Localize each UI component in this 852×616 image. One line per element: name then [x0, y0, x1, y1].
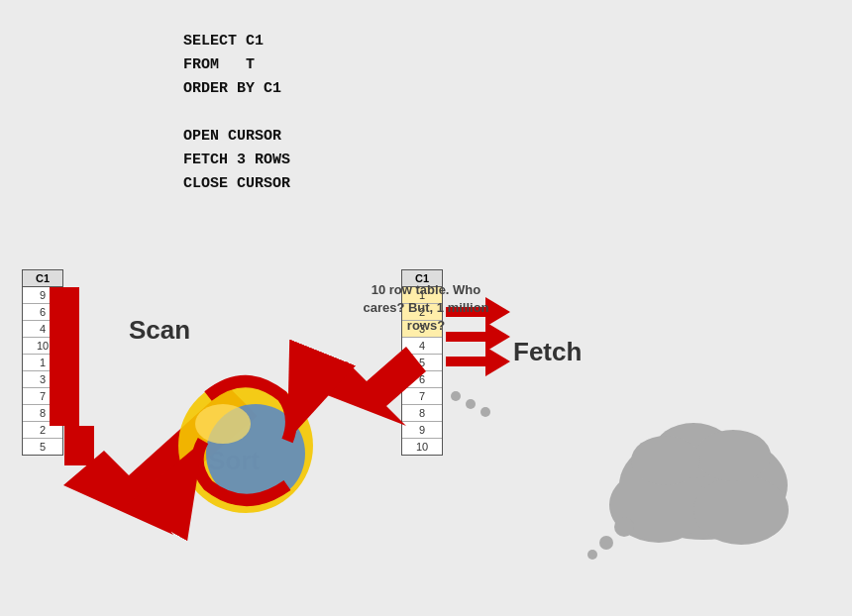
- main-container: SELECT C1 FROM T ORDER BY C1 OPEN CURSOR…: [0, 0, 852, 616]
- thought-dot-3: [587, 550, 597, 560]
- sql-line-5: OPEN CURSOR: [183, 125, 290, 149]
- thought-cloud-main: [619, 431, 788, 540]
- fetch-label: Fetch: [513, 337, 582, 367]
- dot-1: [451, 391, 461, 401]
- right-table-row: 8: [402, 405, 442, 422]
- sql-line-3: ORDER BY C1: [183, 77, 290, 101]
- thought-cloud-topright: [695, 430, 771, 481]
- left-table-row: 9: [23, 287, 62, 304]
- thought-cloud-topleft: [631, 436, 700, 485]
- thought-cloud-right: [693, 475, 789, 545]
- scan-label: Scan: [129, 315, 190, 346]
- sort-label: Sort: [208, 446, 260, 476]
- thought-cloud-top: [654, 423, 733, 478]
- thought-dot-2: [599, 536, 613, 550]
- fetch-arrow-3: [446, 347, 510, 376]
- sql-line-2: FROM T: [183, 53, 290, 77]
- sql-line-6: FETCH 3 ROWS: [183, 149, 290, 172]
- dot-2: [466, 399, 476, 409]
- sql-line-7: CLOSE CURSOR: [183, 172, 290, 196]
- left-table-row: 4: [23, 321, 62, 338]
- thought-dot-1: [614, 517, 634, 537]
- thought-cloud-left: [609, 467, 708, 543]
- left-table-row: 6: [23, 304, 62, 321]
- left-table-row: 5: [23, 439, 62, 455]
- sql-line-4: [183, 101, 290, 125]
- sort-red-arrow-top: [208, 381, 291, 441]
- left-table-row: 10: [23, 338, 62, 355]
- thought-bubble-text: 10 row table. Who cares? But, 1 million …: [357, 281, 495, 336]
- sort-highlight: [195, 404, 251, 444]
- left-table: C1 9 6 4 10 1 3 7 8 2 5: [22, 269, 63, 456]
- left-table-row: 7: [23, 388, 62, 405]
- left-table-row: 3: [23, 371, 62, 388]
- right-table-row: 7: [402, 388, 442, 405]
- left-table-header: C1: [23, 270, 62, 287]
- right-table-row: 10: [402, 439, 442, 455]
- right-table-row: 6: [402, 371, 442, 388]
- left-table-row: 1: [23, 355, 62, 371]
- right-table-row: 4: [402, 338, 442, 355]
- sql-code-block: SELECT C1 FROM T ORDER BY C1 OPEN CURSOR…: [183, 30, 290, 196]
- sql-line-1: SELECT C1: [183, 30, 290, 53]
- left-table-row: 8: [23, 405, 62, 422]
- dot-3: [480, 407, 490, 417]
- right-table-row: 5: [402, 355, 442, 371]
- right-table-row: 9: [402, 422, 442, 439]
- left-table-row: 2: [23, 422, 62, 439]
